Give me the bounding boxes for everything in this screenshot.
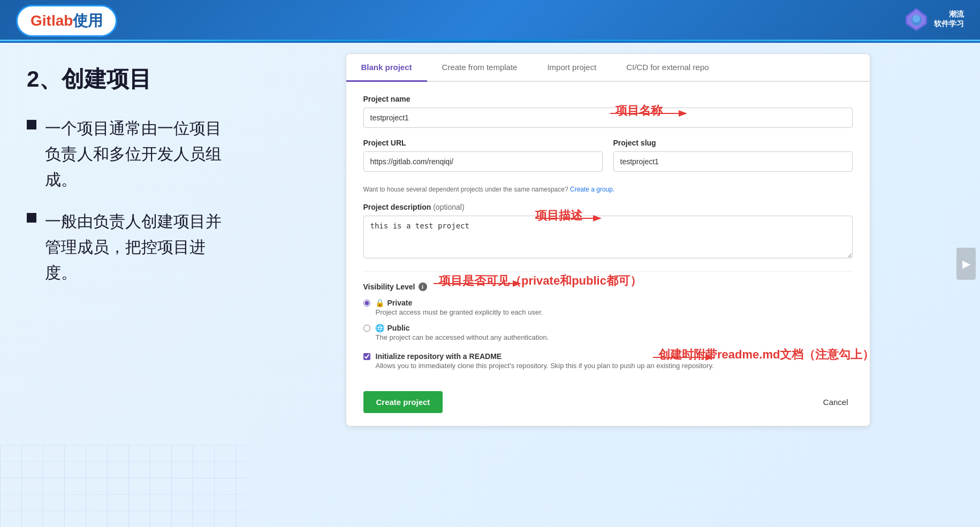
main-content: 2、创建项目 一个项目通常由一位项目负责人和多位开发人员组成。 一般由负责人创建… — [0, 43, 980, 527]
left-panel: 2、创建项目 一个项目通常由一位项目负责人和多位开发人员组成。 一般由负责人创建… — [0, 43, 246, 527]
readme-desc: Allows you to immediately clone this pro… — [376, 362, 714, 370]
project-slug-input[interactable] — [613, 151, 853, 172]
tab-create-from-template[interactable]: Create from template — [427, 54, 533, 82]
visibility-group: Visibility Level i 🔒 Private Project acc… — [363, 282, 853, 341]
project-url-group: Project URL — [363, 139, 603, 172]
visibility-label: Visibility Level i — [363, 282, 853, 291]
gitlab-badge-text: Gitlab使用 — [31, 11, 103, 31]
section-divider — [363, 271, 853, 272]
tabs: Blank project Create from template Impor… — [346, 54, 870, 82]
url-slug-row: Project URL Project slug — [363, 139, 853, 182]
svg-point-3 — [913, 15, 920, 22]
logo-text: 潮流 软件学习 — [934, 9, 964, 28]
cancel-button[interactable]: Cancel — [819, 391, 853, 413]
bullet-square-1 — [27, 120, 36, 129]
globe-icon: 🌐 — [376, 324, 384, 332]
bullet-text-2: 一般由负责人创建项目并管理成员，把控项目进度。 — [45, 209, 225, 286]
readme-group: Initialize repository with a README Allo… — [363, 352, 853, 370]
bullet-square-2 — [27, 213, 36, 223]
namespace-hint: Want to house several dependent projects… — [363, 186, 853, 193]
top-bar: Gitlab使用 潮流 软件学习 — [0, 0, 980, 43]
right-panel: Blank project Create from template Impor… — [246, 43, 980, 527]
project-description-label: Project description (optional) — [363, 203, 853, 211]
project-description-group: Project description (optional) — [363, 203, 853, 261]
project-name-label: Project name — [363, 95, 853, 103]
nav-arrow-right[interactable]: ▶ — [956, 248, 976, 280]
project-slug-label: Project slug — [613, 139, 853, 147]
radio-private-desc: Project access must be granted explicitl… — [376, 308, 543, 316]
form-container: Blank project Create from template Impor… — [346, 54, 870, 426]
create-group-link[interactable]: Create a group. — [570, 186, 614, 193]
project-slug-group: Project slug — [613, 139, 853, 172]
form-actions: Create project Cancel — [363, 383, 853, 413]
tab-cicd-external[interactable]: CI/CD for external repo — [611, 54, 724, 82]
readme-checkbox[interactable] — [363, 353, 370, 360]
readme-label: Initialize repository with a README — [376, 352, 714, 361]
top-bar-logo: 潮流 软件学习 — [903, 5, 964, 32]
tab-blank-project[interactable]: Blank project — [346, 54, 427, 82]
radio-public[interactable] — [363, 325, 370, 332]
radio-public-desc: The project can be accessed without any … — [376, 333, 549, 341]
project-description-input[interactable] — [363, 216, 853, 258]
bullet-item-1: 一个项目通常由一位项目负责人和多位开发人员组成。 — [27, 116, 225, 193]
project-url-label: Project URL — [363, 139, 603, 147]
form-body: Project name Project URL Project slug — [346, 82, 870, 426]
bullet-text-1: 一个项目通常由一位项目负责人和多位开发人员组成。 — [45, 116, 225, 193]
bullet-item-2: 一般由负责人创建项目并管理成员，把控项目进度。 — [27, 209, 225, 286]
grid-background — [0, 445, 246, 527]
tab-import-project[interactable]: Import project — [532, 54, 611, 82]
logo-icon — [903, 5, 930, 32]
project-url-input[interactable] — [363, 151, 603, 172]
readme-checkbox-option: Initialize repository with a README Allo… — [363, 352, 853, 370]
project-name-input[interactable] — [363, 108, 853, 128]
project-name-group: Project name — [363, 95, 853, 128]
create-project-button[interactable]: Create project — [363, 391, 443, 413]
radio-private-title: 🔒 Private — [376, 299, 543, 307]
radio-private[interactable] — [363, 300, 370, 307]
radio-private-option: 🔒 Private Project access must be granted… — [363, 299, 853, 316]
radio-public-option: 🌐 Public The project can be accessed wit… — [363, 324, 853, 341]
lock-icon: 🔒 — [376, 299, 384, 307]
radio-public-title: 🌐 Public — [376, 324, 549, 332]
bullet-list: 一个项目通常由一位项目负责人和多位开发人员组成。 一般由负责人创建项目并管理成员… — [27, 116, 225, 286]
gitlab-badge: Gitlab使用 — [16, 5, 117, 37]
visibility-info-icon[interactable]: i — [419, 282, 427, 291]
section-title: 2、创建项目 — [27, 64, 225, 94]
